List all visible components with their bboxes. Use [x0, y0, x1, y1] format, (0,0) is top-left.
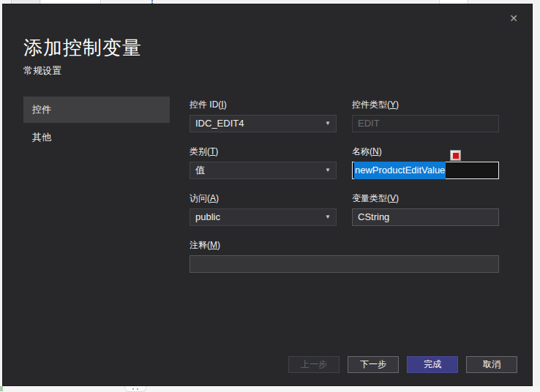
access-label: 访问(A) — [190, 193, 337, 204]
field-control-type: 控件类型(Y) EDIT — [352, 99, 499, 132]
category-value: 值 — [195, 162, 205, 178]
background-status-sliver — [0, 386, 3, 391]
chevron-down-icon: ▼ — [325, 116, 331, 132]
comment-label: 注释(M) — [190, 240, 499, 251]
access-dropdown[interactable]: public ▼ — [190, 208, 337, 226]
access-value: public — [195, 209, 220, 225]
chevron-down-icon: ▼ — [325, 162, 331, 178]
dialog-title: 添加控制变量 — [23, 35, 142, 61]
sidebar-item-other[interactable]: 其他 — [23, 124, 170, 151]
field-name: 名称(N) newProductEditValue — [352, 146, 499, 179]
control-id-dropdown[interactable]: IDC_EDIT4 ▼ — [190, 115, 337, 132]
splitter-handle — [124, 386, 146, 392]
variable-type-value: CString — [358, 209, 389, 225]
control-id-label: 控件 ID(I) — [190, 99, 337, 110]
comment-input[interactable] — [190, 255, 499, 273]
field-comment: 注释(M) — [190, 240, 499, 273]
variable-type-input[interactable]: CString — [352, 208, 499, 226]
category-label: 类别(T) — [190, 146, 337, 157]
field-access: 访问(A) public ▼ — [190, 193, 337, 226]
next-button[interactable]: 下一步 — [348, 356, 399, 373]
field-category: 类别(T) 值 ▼ — [190, 146, 337, 179]
back-button: 上一步 — [288, 356, 340, 373]
name-input[interactable]: newProductEditValue — [352, 162, 499, 179]
sidebar-item-controls[interactable]: 控件 — [23, 97, 170, 123]
dialog-subtitle: 常规设置 — [23, 64, 61, 78]
control-id-value: IDC_EDIT4 — [195, 116, 244, 132]
variable-type-label: 变量类型(V) — [352, 193, 499, 204]
category-dropdown[interactable]: 值 ▼ — [190, 162, 337, 179]
red-marker-icon — [450, 150, 461, 161]
control-type-value: EDIT — [358, 116, 380, 132]
control-type-label: 控件类型(Y) — [352, 99, 499, 110]
dialog-form: 控件 ID(I) IDC_EDIT4 ▼ 控件类型(Y) EDIT 类别(T) … — [190, 99, 499, 273]
control-type-input: EDIT — [352, 115, 499, 132]
name-label: 名称(N) — [352, 146, 499, 157]
dialog-sidebar: 控件 其他 — [23, 97, 170, 152]
finish-button[interactable]: 完成 — [407, 356, 458, 373]
dialog-button-row: 上一步 下一步 完成 取消 — [288, 356, 517, 373]
field-control-id: 控件 ID(I) IDC_EDIT4 ▼ — [190, 99, 337, 132]
name-value-selected-text: newProductEditValue — [354, 162, 446, 179]
background-app-bottom-strip — [0, 386, 540, 392]
chevron-down-icon: ▼ — [325, 209, 331, 225]
close-icon[interactable]: ✕ — [507, 12, 520, 25]
cancel-button[interactable]: 取消 — [466, 356, 517, 373]
add-control-variable-dialog: ✕ 添加控制变量 常规设置 控件 其他 控件 ID(I) IDC_EDIT4 ▼… — [2, 4, 533, 386]
field-variable-type: 变量类型(V) CString — [352, 193, 499, 226]
